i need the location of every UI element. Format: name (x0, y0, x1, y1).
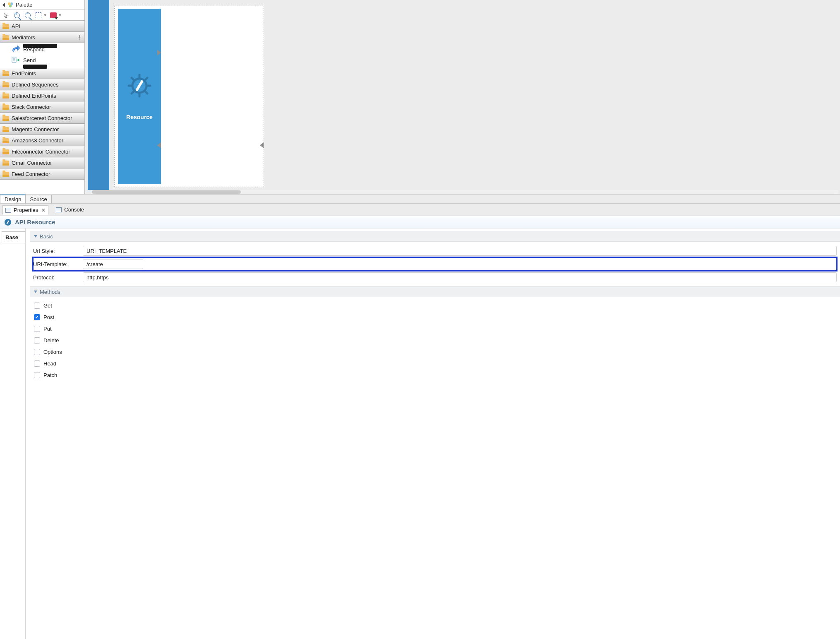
group-methods-label: Methods (40, 289, 60, 295)
palette-item[interactable]: Send (0, 55, 84, 65)
flow-arrow-icon (260, 142, 264, 148)
dropdown-caret-icon[interactable] (59, 14, 61, 16)
palette-drawer-label: Defined EndPoints (12, 93, 56, 99)
palette-icon (7, 2, 13, 8)
method-checkbox[interactable] (34, 337, 40, 344)
dropdown-caret-icon[interactable] (44, 14, 46, 16)
pin-icon[interactable] (77, 35, 82, 40)
group-basic-label: Basic (40, 233, 53, 240)
palette-title: Palette (16, 2, 32, 8)
palette-drawer[interactable]: Defined EndPoints (0, 90, 84, 101)
flow-arrow-icon (157, 142, 161, 148)
method-row: Delete (34, 334, 836, 346)
close-icon[interactable]: ✕ (41, 207, 46, 213)
method-row: Patch (34, 369, 836, 381)
method-row: Options (34, 346, 836, 358)
palette-drawer[interactable]: Defined Sequences (0, 79, 84, 90)
palette-drawer-label: Magento Connector (12, 126, 59, 132)
tab-console[interactable]: Console (53, 205, 86, 214)
marquee-tool-icon[interactable] (35, 12, 42, 19)
editor-canvas[interactable]: Resource (85, 0, 840, 194)
svg-line-13 (137, 82, 142, 90)
tab-design[interactable]: Design (0, 195, 26, 203)
palette-drawer[interactable]: API (0, 21, 84, 32)
palette-drawer[interactable]: Feed Connector (0, 168, 84, 180)
view-tabs: Properties ✕ Console (0, 204, 840, 216)
chevron-down-icon (34, 291, 37, 293)
palette-drawer-label: Slack Connector (12, 104, 51, 110)
svg-line-12 (132, 91, 134, 94)
palette-panel: Palette APIMediatorsRespondSendEndPoints… (0, 0, 85, 194)
folder-icon (2, 149, 9, 154)
svg-line-10 (145, 91, 147, 94)
select-tool-icon[interactable] (2, 12, 10, 19)
toolbar-extra-icon[interactable] (50, 12, 57, 19)
tab-properties[interactable]: Properties ✕ (2, 205, 48, 215)
folder-icon (2, 161, 9, 166)
palette-drawer-label: API (12, 23, 20, 29)
method-label: Patch (43, 372, 57, 378)
gear-icon (4, 219, 12, 226)
row-protocol: Protocol: http,https (33, 271, 837, 284)
palette-item-marker (23, 65, 47, 69)
send-icon (12, 56, 20, 64)
method-label: Head (43, 360, 56, 367)
zoom-in-icon[interactable] (13, 12, 21, 19)
chevron-down-icon (34, 235, 37, 238)
resource-node[interactable]: Resource (118, 9, 161, 184)
method-row: Head (34, 358, 836, 369)
palette-drawer-label: Defined Sequences (12, 82, 58, 88)
zoom-out-icon[interactable] (24, 12, 31, 19)
row-uri-template: URI-Template: /create (33, 257, 837, 271)
input-protocol[interactable]: http,https (83, 272, 837, 282)
palette-item[interactable]: Respond (0, 44, 84, 55)
horizontal-scrollbar[interactable] (90, 190, 838, 194)
method-checkbox[interactable] (34, 349, 40, 355)
palette-drawer-label: Mediators (12, 34, 35, 41)
label-uri-template: URI-Template: (33, 261, 79, 267)
method-checkbox[interactable] (34, 326, 40, 332)
palette-drawer[interactable]: EndPoints (0, 68, 84, 79)
method-checkbox[interactable]: ✓ (34, 314, 40, 320)
folder-icon (2, 127, 9, 132)
group-basic-header[interactable]: Basic (30, 231, 840, 242)
input-url-style[interactable]: URI_TEMPLATE (83, 246, 837, 256)
console-view-icon (56, 207, 62, 212)
palette-header: Palette (0, 0, 84, 10)
method-row: Get (34, 300, 836, 311)
input-uri-template[interactable]: /create (83, 259, 143, 269)
flow-arrow-icon (157, 50, 161, 55)
palette-drawer[interactable]: Magento Connector (0, 124, 84, 135)
group-methods-header[interactable]: Methods (30, 286, 840, 297)
gear-icon (126, 72, 153, 99)
resource-node-label: Resource (126, 114, 153, 120)
palette-drawer-label: Feed Connector (12, 171, 50, 177)
properties-form: Basic Url Style: URI_TEMPLATE URI-Templa… (26, 228, 840, 639)
svg-line-11 (145, 78, 147, 80)
palette-drawer[interactable]: Mediators (0, 32, 84, 43)
collapse-left-icon[interactable] (2, 3, 5, 7)
folder-icon (2, 24, 9, 29)
folder-icon (2, 105, 9, 110)
folder-icon (2, 82, 9, 87)
method-checkbox[interactable] (34, 372, 40, 378)
method-checkbox[interactable] (34, 303, 40, 309)
canvas-rail (88, 0, 109, 190)
canvas-container[interactable]: Resource (114, 6, 264, 187)
folder-icon (2, 172, 9, 177)
method-label: Get (43, 303, 52, 309)
side-tab-base[interactable]: Base (2, 231, 25, 243)
tab-console-label: Console (64, 207, 84, 213)
method-label: Post (43, 314, 54, 320)
palette-drawer[interactable]: Gmail Connector (0, 157, 84, 168)
method-row: Put (34, 323, 836, 334)
palette-drawer[interactable]: Salesforcerest Connector (0, 113, 84, 124)
method-checkbox[interactable] (34, 360, 40, 367)
palette-drawer[interactable]: Amazons3 Connector (0, 135, 84, 146)
svg-line-9 (132, 78, 134, 80)
palette-drawer-label: Gmail Connector (12, 160, 52, 166)
properties-view-icon (5, 208, 11, 213)
palette-drawer[interactable]: Fileconnector Connector (0, 146, 84, 157)
tab-source[interactable]: Source (25, 195, 51, 203)
palette-drawer[interactable]: Slack Connector (0, 101, 84, 113)
